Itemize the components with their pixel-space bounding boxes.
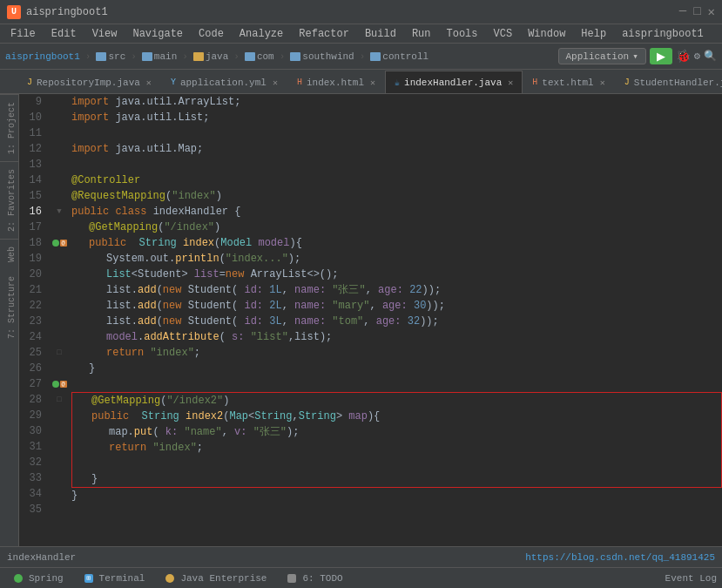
code-line-14: @Controller bbox=[71, 172, 722, 188]
tab-studenthandler[interactable]: J StudentHandler.ja... ✕ bbox=[615, 71, 722, 93]
javaee-icon bbox=[165, 574, 174, 583]
student-java-icon: J bbox=[624, 78, 630, 87]
code-line-33: } bbox=[74, 471, 721, 487]
dropdown-arrow-icon: ▾ bbox=[632, 51, 638, 62]
bc-controll[interactable]: controll bbox=[370, 51, 428, 62]
run-button[interactable]: ▶ bbox=[650, 48, 672, 64]
tab-close-indexhandler[interactable]: ✕ bbox=[508, 78, 513, 88]
menu-navigate[interactable]: Navigate bbox=[125, 26, 190, 42]
footer-tab-todo[interactable]: 6: TODO bbox=[279, 571, 351, 585]
menu-build[interactable]: Build bbox=[358, 26, 403, 42]
menu-edit[interactable]: Edit bbox=[44, 26, 84, 42]
csdn-link[interactable]: https://blog.csdn.net/qq_41891425 bbox=[525, 552, 715, 563]
menu-help[interactable]: Help bbox=[574, 26, 613, 42]
menu-project[interactable]: aispringboot1 bbox=[615, 26, 711, 42]
menu-view[interactable]: View bbox=[85, 26, 125, 42]
code-line-19: System.out.println("index..."); bbox=[71, 251, 722, 267]
code-line-29: public String index2(Map<String,String> … bbox=[74, 409, 721, 424]
tab-index-html[interactable]: H index.html ✕ bbox=[287, 71, 385, 93]
tab-close-index-html[interactable]: ✕ bbox=[370, 78, 375, 88]
class-fold-icon[interactable]: ▼ bbox=[51, 204, 68, 220]
tab-close-repositoryimp[interactable]: ✕ bbox=[146, 78, 152, 88]
code-line-27 bbox=[71, 376, 722, 392]
tab-repositoryimp[interactable]: J RepositoryImp.java ✕ bbox=[17, 71, 161, 93]
search-icon[interactable]: 🔍 bbox=[704, 50, 717, 63]
code-line-30: map.put( k: "name", v: "张三"); bbox=[74, 424, 721, 440]
menu-analyze[interactable]: Analyze bbox=[233, 26, 290, 42]
html-file-icon: H bbox=[297, 78, 302, 87]
terminal-icon: ⊞ bbox=[84, 574, 93, 583]
code-line-10: import java.util.List; bbox=[71, 110, 722, 125]
panel-web[interactable]: Web bbox=[0, 239, 18, 269]
close-btn[interactable]: ✕ bbox=[708, 4, 715, 19]
yml-file-icon: Y bbox=[171, 78, 176, 87]
code-line-13 bbox=[71, 157, 722, 172]
line29-fold[interactable]: □ bbox=[51, 392, 68, 408]
footer-tab-javaee[interactable]: Java Enterprise bbox=[157, 571, 275, 585]
code-line-20: List<Student> list=new ArrayList<>(); bbox=[71, 267, 722, 282]
code-line-24: model.addAttribute( s: "list",list); bbox=[71, 329, 722, 345]
menu-code[interactable]: Code bbox=[192, 26, 231, 42]
build-icon[interactable]: ⚙ bbox=[694, 50, 700, 63]
code-line-31: return "index"; bbox=[74, 440, 721, 456]
code-line-9: import java.util.ArrayList; bbox=[71, 94, 722, 110]
code-editor[interactable]: import java.util.ArrayList; import java.… bbox=[68, 94, 722, 546]
java-file-icon: J bbox=[27, 78, 32, 87]
line28-gutter[interactable]: @ bbox=[51, 376, 68, 392]
code-line-25: return "index"; bbox=[71, 345, 722, 361]
tab-application-yml[interactable]: Y application.yml ✕ bbox=[161, 71, 287, 93]
menu-run[interactable]: Run bbox=[405, 26, 438, 42]
active-java-file-icon: ☕ bbox=[395, 78, 400, 88]
menu-tools[interactable]: Tools bbox=[440, 26, 485, 42]
event-log-link[interactable]: Event Log bbox=[665, 573, 717, 584]
code-line-28: @GetMapping("/index2") bbox=[74, 393, 721, 409]
tab-indexhandler[interactable]: ☕ indexHandler.java ✕ bbox=[385, 71, 523, 93]
code-line-16: public class indexHandler { bbox=[71, 204, 722, 220]
maximize-btn[interactable]: □ bbox=[693, 4, 700, 19]
code-line-34: } bbox=[71, 488, 722, 504]
left-panel-tabs: 1: Project 2: Favorites Web 7: Structure bbox=[0, 94, 19, 546]
title-text: aispringboot1 bbox=[26, 6, 108, 18]
menu-bar: File Edit View Navigate Code Analyze Ref… bbox=[0, 24, 722, 44]
bc-main[interactable]: main bbox=[142, 51, 177, 62]
app-logo: U bbox=[7, 5, 21, 19]
code-line-32 bbox=[74, 456, 721, 471]
code-gutter: ▼ @ □ @ □ bbox=[51, 94, 68, 546]
highlight-block-end: } bbox=[71, 471, 722, 488]
menu-file[interactable]: File bbox=[3, 26, 43, 42]
footer-tab-spring[interactable]: Spring bbox=[5, 571, 72, 585]
window-controls[interactable]: ─ □ ✕ bbox=[679, 4, 715, 19]
current-method-label: indexHandler bbox=[7, 552, 76, 563]
menu-window[interactable]: Window bbox=[521, 26, 572, 42]
minimize-btn[interactable]: ─ bbox=[679, 4, 686, 19]
bc-project[interactable]: aispringboot1 bbox=[5, 51, 80, 62]
code-line-11 bbox=[71, 125, 722, 141]
debug-icon[interactable]: 🐞 bbox=[676, 49, 691, 64]
footer-tab-terminal[interactable]: ⊞ Terminal bbox=[76, 571, 154, 585]
bc-java[interactable]: java bbox=[193, 51, 228, 62]
footer-tabs: Spring ⊞ Terminal Java Enterprise 6: TOD… bbox=[0, 567, 722, 588]
bc-com[interactable]: com bbox=[245, 51, 274, 62]
main-content: 1: Project 2: Favorites Web 7: Structure… bbox=[0, 94, 722, 546]
line-numbers: 9 10 11 12 13 14 15 16 17 18 19 20 21 22… bbox=[19, 94, 51, 546]
panel-structure[interactable]: 7: Structure bbox=[0, 269, 18, 346]
app-run-config-dropdown[interactable]: Application ▾ bbox=[558, 48, 646, 64]
menu-vcs[interactable]: VCS bbox=[487, 26, 520, 42]
panel-favorites[interactable]: 2: Favorites bbox=[0, 161, 18, 239]
method2-fold[interactable]: □ bbox=[51, 345, 68, 361]
line18-gutter[interactable]: @ bbox=[51, 235, 68, 251]
tab-text-html[interactable]: H text.html ✕ bbox=[523, 71, 614, 93]
bc-src[interactable]: src bbox=[96, 51, 125, 62]
tab-close-yml[interactable]: ✕ bbox=[273, 78, 278, 88]
toolbar: aispringboot1 › src › main › java › com … bbox=[0, 44, 722, 70]
panel-project[interactable]: 1: Project bbox=[0, 94, 18, 161]
bc-southwind[interactable]: southwind bbox=[290, 51, 354, 62]
bottom-status-bar: indexHandler https://blog.csdn.net/qq_41… bbox=[0, 546, 722, 567]
menu-refactor[interactable]: Refactor bbox=[292, 26, 356, 42]
spring-icon bbox=[14, 574, 23, 583]
code-line-26: } bbox=[71, 361, 722, 376]
annotation-icon2: @ bbox=[60, 381, 67, 388]
code-line-21: list.add(new Student( id: 1L, name: "张三"… bbox=[71, 282, 722, 298]
run-icon2 bbox=[52, 381, 59, 388]
tab-close-text-html[interactable]: ✕ bbox=[600, 78, 605, 88]
